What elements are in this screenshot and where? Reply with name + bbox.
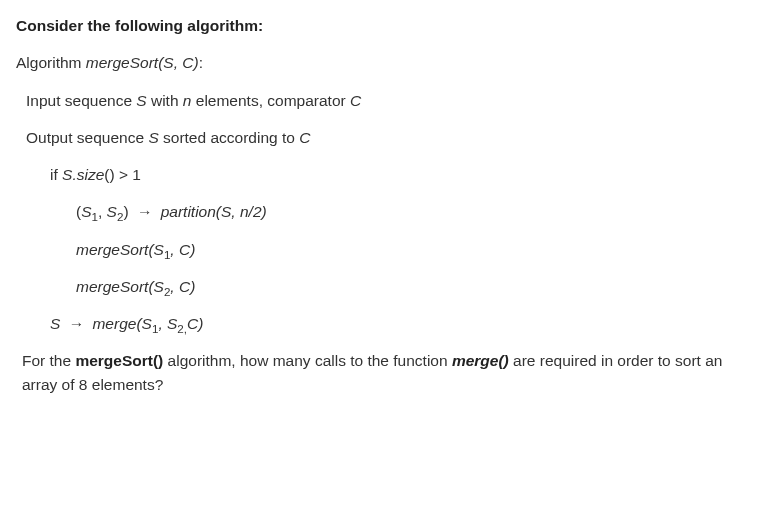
var-S2: S (107, 203, 117, 220)
mergesort-call-1: mergeSort(S1, C) (16, 238, 750, 261)
sub-2: 2, (177, 322, 187, 335)
partition-line: (S1, S2) → partition(S, n/2) (16, 200, 750, 223)
if-keyword: if (50, 166, 62, 183)
paren-close: ) (123, 203, 132, 220)
if-expr: S.size (62, 166, 104, 183)
if-cond: () > 1 (104, 166, 141, 183)
var-S1: S (81, 203, 91, 220)
mergesort-call-2: mergeSort(S2, C) (16, 275, 750, 298)
fn-merge: merge (88, 315, 136, 332)
algo-prefix: Algorithm (16, 54, 86, 71)
text: For the (22, 352, 75, 369)
var-S: S (136, 92, 146, 109)
paren-close: ) (198, 315, 203, 332)
arrow-icon: → (65, 312, 89, 335)
var-S: S (50, 315, 60, 332)
heading: Consider the following algorithm: (16, 14, 750, 37)
text: algorithm, how many calls to the functio… (163, 352, 452, 369)
algo-name: mergeSort (86, 54, 158, 71)
var-S2: S (167, 315, 177, 332)
fn-partition: partition (156, 203, 215, 220)
fn-args: (S, n/2) (216, 203, 267, 220)
fn-merge-bold: merge() (452, 352, 509, 369)
args-rest: , C) (170, 278, 195, 295)
fn-mergesort: mergeSort (76, 278, 148, 295)
fn-mergesort: mergeSort (76, 241, 148, 258)
text: Input sequence (26, 92, 136, 109)
merge-line: S → merge(S1, S2,C) (16, 312, 750, 335)
comma: , (98, 203, 107, 220)
if-line: if S.size() > 1 (16, 163, 750, 186)
arrow-icon: → (133, 200, 157, 223)
var-S1: S (154, 241, 164, 258)
var-C: C (350, 92, 361, 109)
var-S: S (148, 129, 158, 146)
var-C: C (299, 129, 310, 146)
var-S2: S (154, 278, 164, 295)
output-line: Output sequence S sorted according to C (16, 126, 750, 149)
var-S1: S (142, 315, 152, 332)
text: Output sequence (26, 129, 148, 146)
question-text: For the mergeSort() algorithm, how many … (16, 349, 750, 396)
colon: : (199, 54, 203, 71)
args-rest: , C) (170, 241, 195, 258)
text: sorted according to (159, 129, 299, 146)
var-C: C (187, 315, 198, 332)
comma: , (158, 315, 167, 332)
fn-mergesort-bold: mergeSort() (75, 352, 163, 369)
text: with (147, 92, 183, 109)
text: elements, comparator (191, 92, 350, 109)
algo-params: (S, C) (158, 54, 198, 71)
input-line: Input sequence S with n elements, compar… (16, 89, 750, 112)
algorithm-header: Algorithm mergeSort(S, C): (16, 51, 750, 74)
